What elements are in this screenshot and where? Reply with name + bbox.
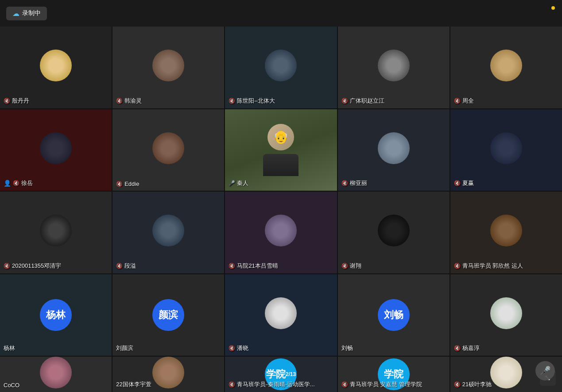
name-label: 🔇 马院21本吕雪晴 xyxy=(229,262,278,270)
participant-name: 殷丹丹 xyxy=(12,97,29,105)
cell-content xyxy=(0,192,112,273)
avatar-circle xyxy=(152,50,184,81)
video-cell-2[interactable]: 🔇 陈世阳–北体大 xyxy=(225,27,337,108)
video-cell-3[interactable]: 🔇 广体职赵立江 xyxy=(338,27,450,108)
cell-content xyxy=(450,192,562,273)
mic-muted-icon: 🔇 xyxy=(116,98,123,104)
name-label: 🔇 夏赢 xyxy=(454,179,474,187)
cell-content xyxy=(225,274,337,356)
video-cell-7[interactable]: 👴 🎤 秦人 xyxy=(225,109,337,191)
name-label: 🔇 杨嘉淳 xyxy=(454,344,480,352)
mic-muted-icon: 🔇 xyxy=(341,180,348,186)
participant-name: 陈世阳–北体大 xyxy=(237,97,275,105)
cell-content xyxy=(225,192,337,273)
participant-name: 杨嘉淳 xyxy=(462,344,480,352)
record-button[interactable]: ☁ 录制中 xyxy=(6,7,47,20)
participant-name: 21硕叶李驰 xyxy=(462,380,492,388)
name-label: 🔇 青马班学员 安嘉慧 管理学院 xyxy=(341,380,422,388)
video-cell-21[interactable]: 22国体李宇萱 xyxy=(112,357,224,392)
participant-name: 谢翔 xyxy=(350,262,361,270)
mic-muted-icon: 🔇 xyxy=(454,345,461,351)
participant-name: CoCO xyxy=(4,382,19,388)
avatar-circle xyxy=(40,357,72,388)
name-label: 🔇 周全 xyxy=(454,97,474,105)
cell-content xyxy=(112,27,224,108)
video-cell-15[interactable]: 杨林 杨林 xyxy=(0,274,112,356)
participant-name: 秦人 xyxy=(237,179,248,187)
video-cell-11[interactable]: 🔇 段溢 xyxy=(112,192,224,273)
video-cell-8[interactable]: 🔇 柳亚丽 xyxy=(338,109,450,191)
video-cell-1[interactable]: 🔇 韩渝灵 xyxy=(112,27,224,108)
avatar-circle xyxy=(378,50,410,81)
name-label: 🎤 秦人 xyxy=(229,179,248,187)
participant-name: 柳亚丽 xyxy=(350,179,367,187)
name-label: 🔇 2020011355邓清宇 xyxy=(4,262,61,270)
mic-muted-icon: 🔇 xyxy=(4,98,10,104)
video-cell-17[interactable]: 🔇 潘晓 xyxy=(225,274,337,356)
participant-name: 22国体李宇萱 xyxy=(116,380,151,388)
name-label: 🔇 Eddie xyxy=(116,181,139,187)
participant-name: 2020011355邓清宇 xyxy=(12,262,61,270)
video-cell-22[interactable]: 学院2/13 🔇 青马班学员-秦雨晴-运动医学... xyxy=(225,357,337,392)
video-cell-14[interactable]: 🔇 青马班学员 郭欣然 运人 xyxy=(450,192,562,273)
name-label: CoCO xyxy=(4,382,19,388)
participant-name: 韩渝灵 xyxy=(124,97,142,105)
name-label: 🔇 广体职赵立江 xyxy=(341,97,384,105)
record-label: 录制中 xyxy=(22,9,41,17)
video-cell-23[interactable]: 学院 🔇 青马班学员 安嘉慧 管理学院 xyxy=(338,357,450,392)
avatar-circle xyxy=(40,50,72,81)
video-cell-10[interactable]: 🔇 2020011355邓清宇 xyxy=(0,192,112,273)
mic-muted-icon: 🔇 xyxy=(229,263,235,269)
video-cell-5[interactable]: 👤🔇 徐岳 xyxy=(0,109,112,191)
avatar-circle xyxy=(265,50,297,81)
global-mic-button[interactable]: 🎤 xyxy=(535,361,555,380)
avatar-circle xyxy=(490,215,522,246)
video-cell-18[interactable]: 刘畅 刘畅 xyxy=(338,274,450,356)
mic-muted-icon: 🔇 xyxy=(341,98,348,104)
mic-muted-icon: 🔇 xyxy=(229,381,235,388)
name-label: 🔇 殷丹丹 xyxy=(4,97,29,105)
avatar-circle xyxy=(152,357,184,388)
participant-name: Eddie xyxy=(124,181,139,187)
cell-content: 杨林 xyxy=(0,274,112,356)
name-label: 👤🔇 徐岳 xyxy=(4,179,33,187)
participant-name: 夏赢 xyxy=(462,179,474,187)
video-cell-12[interactable]: 🔇 马院21本吕雪晴 xyxy=(225,192,337,273)
video-cell-9[interactable]: 🔇 夏赢 xyxy=(450,109,562,191)
avatar-circle xyxy=(378,132,410,164)
video-cell-6[interactable]: 🔇 Eddie xyxy=(112,109,224,191)
name-label: 🔇 陈世阳–北体大 xyxy=(229,97,275,105)
name-label: 🔇 21硕叶李驰 xyxy=(454,380,492,388)
name-label: 🔇 谢翔 xyxy=(341,262,361,270)
video-cell-0[interactable]: 🔇 殷丹丹 xyxy=(0,27,112,108)
name-label: 🔇 潘晓 xyxy=(229,344,248,352)
video-cell-13[interactable]: 🔇 谢翔 xyxy=(338,192,450,273)
video-grid: 🔇 殷丹丹 🔇 韩渝灵 🔇 陈世阳–北体大 🔇 广体职赵立江 xyxy=(0,27,562,392)
avatar-circle xyxy=(490,132,522,164)
avatar-circle xyxy=(490,297,522,329)
participant-name: 刘颜滨 xyxy=(116,344,133,352)
video-cell-4[interactable]: 🔇 周全 xyxy=(450,27,562,108)
participant-name: 杨林 xyxy=(4,344,15,352)
video-cell-20[interactable]: CoCO xyxy=(0,357,112,392)
video-cell-16[interactable]: 颜滨 刘颜滨 xyxy=(112,274,224,356)
cell-content xyxy=(0,109,112,191)
mic-muted-icon: 🔇 xyxy=(229,345,235,351)
cell-content xyxy=(112,109,224,191)
participant-name: 周全 xyxy=(462,97,474,105)
name-label: 刘颜滨 xyxy=(116,344,133,352)
cell-content xyxy=(450,274,562,356)
mic-muted-icon: 🔇 xyxy=(454,98,461,104)
cell-content xyxy=(450,27,562,108)
avatar-circle xyxy=(40,132,72,164)
cell-content xyxy=(225,27,337,108)
video-cell-19[interactable]: 🔇 杨嘉淳 xyxy=(450,274,562,356)
avatar-circle xyxy=(490,357,522,388)
mic-muted-icon: 🔇 xyxy=(229,98,235,104)
mic-muted-icon: 🔇 xyxy=(116,263,123,269)
name-label: 刘畅 xyxy=(341,344,353,352)
avatar-circle xyxy=(152,215,184,246)
mic-icon: 🎤 xyxy=(540,365,551,376)
participant-name: 马院21本吕雪晴 xyxy=(237,262,278,270)
avatar-circle xyxy=(490,50,522,81)
